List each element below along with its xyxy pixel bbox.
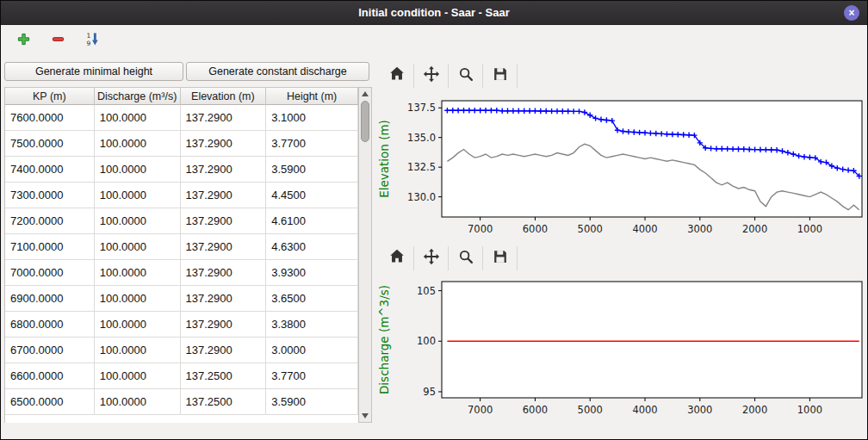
table-cell[interactable]: 137.2900	[181, 157, 267, 183]
window: Initial condition - Saar - Saar × 1 9	[0, 0, 868, 440]
generate-constant-discharge-button[interactable]: Generate constant discharge	[186, 62, 369, 81]
table-cell[interactable]: 100.0000	[95, 389, 181, 415]
sort-button[interactable]: 1 9	[82, 30, 102, 51]
table-cell[interactable]: 7000.0000	[5, 260, 95, 286]
table-cell[interactable]: 7600.0000	[5, 105, 95, 131]
table-cell[interactable]: 3.0000	[266, 338, 358, 363]
scroll-up-arrow-icon[interactable]	[362, 91, 369, 96]
table-cell[interactable]: 137.2900	[181, 312, 267, 338]
table-cell[interactable]: 4.6100	[266, 208, 358, 234]
table-cell[interactable]: 3.5900	[266, 389, 358, 415]
generate-minimal-height-button[interactable]: Generate minimal height	[4, 62, 183, 81]
table-row[interactable]: 6600.0000100.0000137.25003.7700	[5, 363, 358, 389]
table-cell[interactable]: 137.2900	[181, 286, 267, 312]
table-cell[interactable]: 100.0000	[95, 183, 181, 208]
table-cell[interactable]: 137.2900	[181, 105, 267, 131]
table-cell[interactable]: 100.0000	[95, 286, 181, 312]
table-cell[interactable]: 7200.0000	[5, 208, 95, 234]
svg-text:137.5: 137.5	[407, 102, 436, 114]
table-row[interactable]: 7100.0000100.0000137.29004.6300	[5, 234, 358, 260]
table-cell[interactable]: 7500.0000	[5, 131, 95, 157]
table-cell[interactable]: 3.9300	[266, 260, 358, 286]
table-body: 7600.0000100.0000137.29003.10007500.0000…	[5, 105, 358, 415]
table-cell[interactable]: 7300.0000	[5, 183, 95, 208]
table-row[interactable]: 6900.0000100.0000137.29003.6500	[5, 286, 358, 312]
table-cell[interactable]: 6500.0000	[5, 389, 95, 415]
table-cell[interactable]: 137.2900	[181, 131, 267, 157]
svg-text:2000: 2000	[742, 404, 767, 416]
table-header: KP (m)Discharge (m³/s)Elevation (m)Heigh…	[5, 87, 358, 105]
table-row[interactable]: 7600.0000100.0000137.29003.1000	[5, 105, 358, 131]
discharge-chart[interactable]: 700060005000400030002000100095100105Disc…	[376, 271, 865, 426]
table-cell[interactable]: 100.0000	[95, 260, 181, 286]
table-cell[interactable]: 6600.0000	[5, 363, 95, 389]
svg-text:5000: 5000	[578, 404, 603, 416]
header-cell[interactable]: Elevation (m)	[181, 87, 267, 105]
table-row[interactable]: 7300.0000100.0000137.29004.4500	[5, 183, 358, 208]
table-row[interactable]: 7000.0000100.0000137.29003.9300	[5, 260, 358, 286]
table-row[interactable]: 6500.0000100.0000137.25003.5900	[5, 389, 358, 415]
table-cell[interactable]: 100.0000	[95, 105, 181, 131]
svg-text:5000: 5000	[578, 223, 603, 235]
table-row[interactable]: 6800.0000100.0000137.29003.3800	[5, 312, 358, 338]
pan-button[interactable]	[414, 246, 449, 270]
table-cell[interactable]: 6700.0000	[5, 338, 95, 363]
svg-text:9: 9	[86, 40, 90, 46]
remove-row-button[interactable]	[47, 30, 68, 51]
table-cell[interactable]: 137.2900	[181, 260, 267, 286]
table-cell[interactable]: 137.2500	[181, 363, 267, 389]
table-cell[interactable]: 137.2900	[181, 183, 267, 208]
home-button[interactable]	[380, 246, 414, 270]
scrollbar-thumb[interactable]	[361, 101, 369, 142]
scroll-down-arrow-icon[interactable]	[362, 413, 369, 418]
table-cell[interactable]: 137.2500	[181, 389, 267, 415]
table-cell[interactable]: 100.0000	[95, 157, 181, 183]
table-cell[interactable]: 100.0000	[95, 312, 181, 338]
table-cell[interactable]: 6800.0000	[5, 312, 95, 338]
table-cell[interactable]: 4.6300	[266, 234, 358, 260]
svg-text:3000: 3000	[687, 223, 712, 235]
pan-button[interactable]	[414, 64, 449, 88]
table-cell[interactable]: 7100.0000	[5, 234, 95, 260]
table-cell[interactable]: 100.0000	[95, 234, 181, 260]
add-row-button[interactable]	[13, 30, 34, 51]
table-cell[interactable]: 100.0000	[95, 363, 181, 389]
table-cell[interactable]: 100.0000	[95, 208, 181, 234]
svg-text:Discharge (m^3/s): Discharge (m^3/s)	[377, 285, 391, 394]
table-cell[interactable]: 6900.0000	[5, 286, 95, 312]
table-cell[interactable]: 137.2900	[181, 208, 267, 234]
vertical-scrollbar[interactable]	[358, 87, 372, 423]
main-toolbar: 1 9	[1, 26, 867, 55]
table-cell[interactable]: 100.0000	[95, 131, 181, 157]
svg-text:135.0: 135.0	[407, 132, 436, 144]
header-cell[interactable]: Discharge (m³/s)	[95, 87, 181, 105]
table-cell[interactable]: 3.3800	[266, 312, 358, 338]
elevation-chart[interactable]: 7000600050004000300020001000130.0132.513…	[376, 90, 865, 244]
close-button[interactable]: ×	[844, 5, 859, 21]
table-cell[interactable]: 3.7700	[266, 131, 358, 157]
save-icon	[491, 247, 510, 270]
zoom-button[interactable]	[449, 64, 483, 88]
table-cell[interactable]: 100.0000	[95, 338, 181, 363]
home-button[interactable]	[380, 64, 414, 88]
data-table: KP (m)Discharge (m³/s)Elevation (m)Heigh…	[4, 87, 358, 423]
table-cell[interactable]: 3.5900	[266, 157, 358, 183]
table-row[interactable]: 7500.0000100.0000137.29003.7700	[5, 131, 358, 157]
table-cell[interactable]: 3.6500	[266, 286, 358, 312]
svg-text:2000: 2000	[742, 223, 767, 235]
table-cell[interactable]: 3.1000	[266, 105, 358, 131]
table-row[interactable]: 7400.0000100.0000137.29003.5900	[5, 157, 358, 183]
table-cell[interactable]: 137.2900	[181, 338, 267, 363]
table-cell[interactable]: 4.4500	[266, 183, 358, 208]
header-cell[interactable]: Height (m)	[266, 87, 358, 105]
svg-text:Elevation (m): Elevation (m)	[377, 120, 391, 198]
header-cell[interactable]: KP (m)	[5, 87, 95, 105]
zoom-button[interactable]	[449, 246, 483, 270]
save-button[interactable]	[483, 246, 518, 270]
table-row[interactable]: 6700.0000100.0000137.29003.0000	[5, 338, 358, 363]
table-row[interactable]: 7200.0000100.0000137.29004.6100	[5, 208, 358, 234]
table-cell[interactable]: 7400.0000	[5, 157, 95, 183]
table-cell[interactable]: 137.2900	[181, 234, 267, 260]
save-button[interactable]	[483, 64, 518, 88]
table-cell[interactable]: 3.7700	[266, 363, 358, 389]
